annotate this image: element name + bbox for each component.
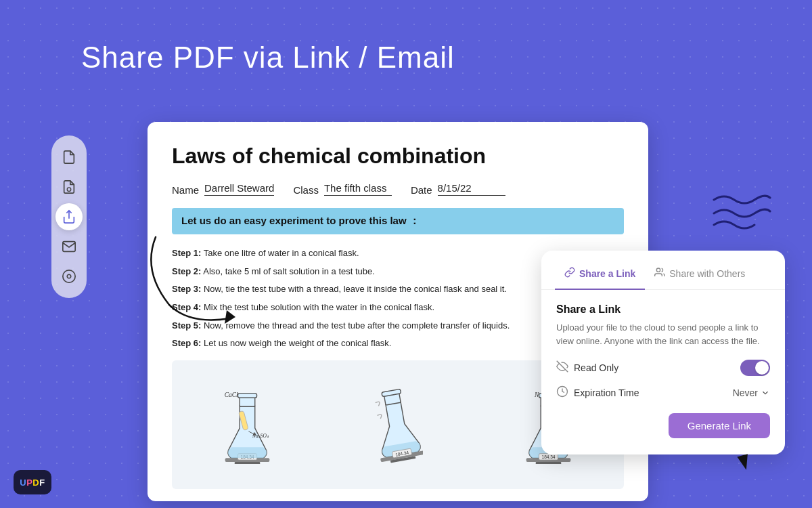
name-label: Name xyxy=(172,184,199,196)
share-link-tab[interactable]: Share a Link xyxy=(555,261,645,290)
name-field-group: Name Darrell Steward xyxy=(172,182,274,196)
expiry-label: Expiration Time xyxy=(574,387,639,398)
updf-logo: UPDF xyxy=(14,470,51,494)
svg-text:Na₂SO₄: Na₂SO₄ xyxy=(252,433,269,439)
svg-point-3 xyxy=(63,270,75,282)
people-icon xyxy=(654,267,665,280)
share-link-title: Share a Link xyxy=(556,303,770,316)
sidebar-email-btn[interactable] xyxy=(55,233,83,260)
svg-rect-9 xyxy=(235,462,261,464)
read-only-icon xyxy=(556,360,568,375)
svg-rect-7 xyxy=(238,393,256,398)
svg-point-1 xyxy=(67,188,71,192)
chevron-down-icon xyxy=(761,388,770,398)
pdf-highlight-text: Let us do an easy experiment to prove th… xyxy=(172,208,624,234)
sidebar-share-btn[interactable] xyxy=(55,203,83,230)
date-label: Date xyxy=(411,184,432,196)
expiry-select[interactable]: Never xyxy=(733,387,770,398)
read-only-toggle[interactable] xyxy=(740,360,770,376)
flask-2: 184.34 xyxy=(372,383,423,467)
date-value: 8/15/22 xyxy=(438,182,505,196)
svg-rect-25 xyxy=(536,462,562,464)
share-link-desc: Upload your file to the cloud to send pe… xyxy=(556,321,770,347)
page-header: Share PDF via Link / Email xyxy=(81,41,455,75)
expiry-row: Expiration Time Never xyxy=(556,385,770,400)
generate-link-button[interactable]: Generate Link xyxy=(669,413,770,438)
read-only-row: Read Only xyxy=(556,360,770,376)
name-value: Darrell Steward xyxy=(204,182,274,196)
page-title: Share PDF via Link / Email xyxy=(81,41,455,75)
expiry-value: Never xyxy=(733,387,758,398)
sidebar-save-btn[interactable] xyxy=(55,263,83,290)
pdf-fields: Name Darrell Steward Class The fifth cla… xyxy=(172,182,624,196)
read-only-label: Read Only xyxy=(574,362,618,373)
sidebar-file-btn[interactable] xyxy=(55,144,83,171)
class-field-group: Class The fifth class xyxy=(293,182,392,196)
cursor-pointer xyxy=(737,454,751,471)
sidebar xyxy=(51,135,87,298)
date-field-group: Date 8/15/22 xyxy=(411,182,505,196)
share-others-tab-label: Share with Others xyxy=(669,268,745,279)
squiggle-decoration xyxy=(710,190,771,234)
svg-point-4 xyxy=(67,274,71,278)
share-panel-body: Share a Link Upload your file to the clo… xyxy=(541,290,785,400)
share-panel: Share a Link Share with Others Share a L… xyxy=(541,251,785,454)
svg-text:184.34: 184.34 xyxy=(542,454,556,459)
flask-1: CaCl₂ 184.34 Na₂SO₄ xyxy=(222,386,273,464)
class-label: Class xyxy=(293,184,319,196)
link-icon xyxy=(564,267,575,280)
share-others-tab[interactable]: Share with Others xyxy=(645,261,754,290)
class-value: The fifth class xyxy=(324,182,392,196)
read-only-left: Read Only xyxy=(556,360,618,375)
share-panel-tabs: Share a Link Share with Others xyxy=(541,251,785,290)
expiry-left: Expiration Time xyxy=(556,385,639,400)
svg-point-29 xyxy=(657,268,660,272)
pdf-title: Laws of chemical combination xyxy=(172,144,624,169)
expiry-icon xyxy=(556,385,568,400)
share-link-tab-label: Share a Link xyxy=(579,268,635,279)
sidebar-lock-btn[interactable] xyxy=(55,173,83,200)
